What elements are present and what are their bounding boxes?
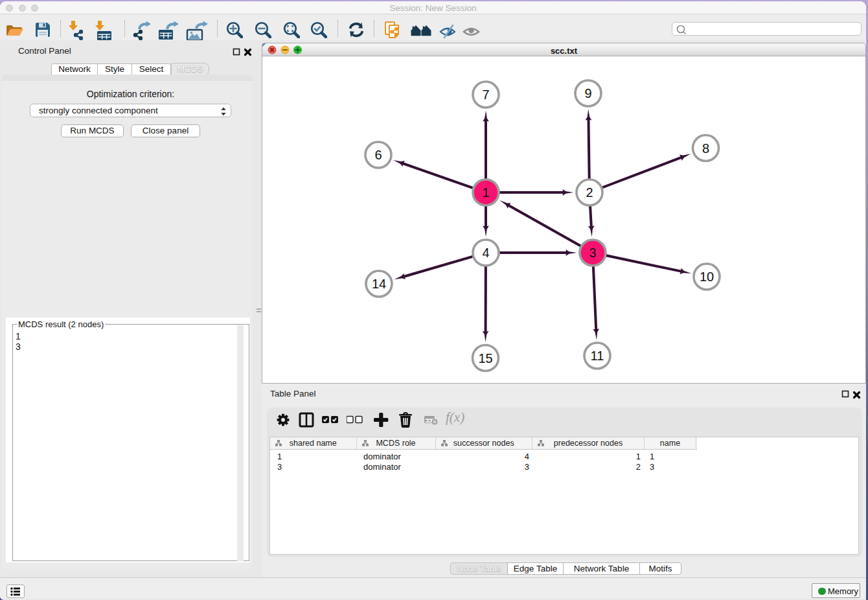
svg-text:15: 15 bbox=[478, 351, 492, 365]
svg-text:1: 1 bbox=[482, 185, 489, 200]
svg-text:6: 6 bbox=[374, 148, 382, 162]
svg-text:7: 7 bbox=[482, 87, 489, 102]
svg-text:10: 10 bbox=[700, 270, 714, 284]
svg-text:2: 2 bbox=[586, 185, 593, 200]
svg-text:3: 3 bbox=[589, 246, 596, 260]
svg-text:8: 8 bbox=[702, 141, 709, 156]
svg-text:11: 11 bbox=[591, 349, 604, 363]
svg-text:4: 4 bbox=[482, 246, 489, 260]
svg-text:14: 14 bbox=[372, 277, 386, 291]
svg-text:9: 9 bbox=[584, 86, 591, 100]
